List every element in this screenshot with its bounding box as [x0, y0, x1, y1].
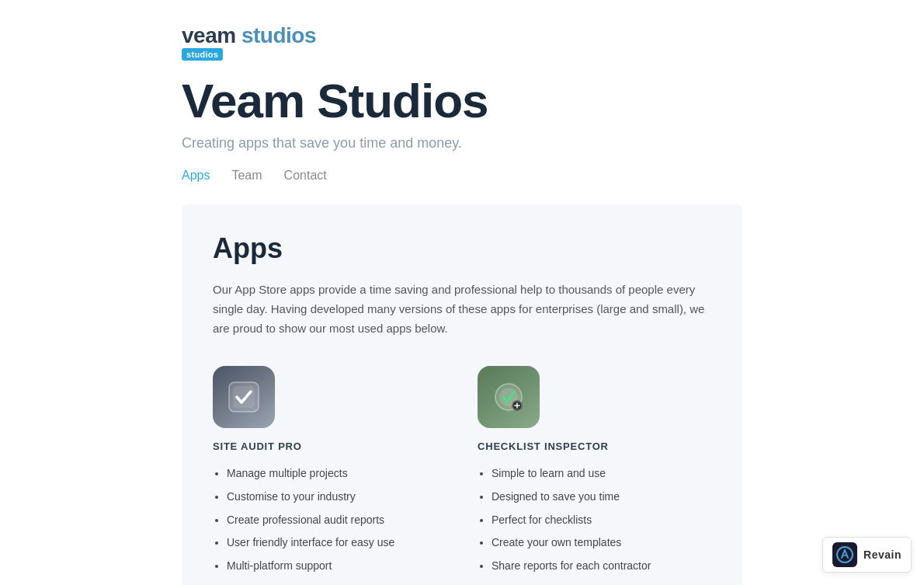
site-audit-pro-features: Manage multiple projects Customise to yo… — [213, 466, 446, 573]
apps-row: SITE AUDIT PRO Manage multiple projects … — [213, 366, 711, 581]
revain-badge: Revain — [822, 537, 912, 573]
site-audit-pro-icon — [213, 366, 275, 428]
subtitle: Creating apps that save you time and mon… — [182, 135, 924, 151]
checklist-inspector-icon — [478, 366, 540, 428]
app-card-checklist-inspector: CHECKLIST INSPECTOR Simple to learn and … — [478, 366, 711, 581]
checklist-inspector-name: CHECKLIST INSPECTOR — [478, 440, 711, 452]
main-title: Veam Studios — [182, 75, 924, 127]
list-item: Simple to learn and use — [492, 466, 711, 482]
revain-text: Revain — [863, 548, 901, 561]
list-item: Perfect for checklists — [492, 513, 711, 528]
checklist-inspector-icon-svg — [491, 379, 526, 415]
nav-apps[interactable]: Apps — [182, 169, 210, 183]
list-item: Create your own templates — [492, 535, 711, 551]
header: veam studios studios Veam Studios Creati… — [0, 0, 924, 183]
svg-rect-8 — [832, 542, 857, 567]
list-item: Create professional audit reports — [227, 513, 446, 528]
revain-icon — [832, 542, 857, 567]
app-card-site-audit-pro: SITE AUDIT PRO Manage multiple projects … — [213, 366, 446, 581]
logo-container: veam studios studios — [182, 25, 924, 61]
logo-badge: studios — [182, 48, 223, 61]
apps-section: Apps Our App Store apps provide a time s… — [182, 204, 742, 585]
list-item: Customise to your industry — [227, 489, 446, 505]
site-audit-pro-icon-svg — [226, 379, 262, 415]
logo-studios: studios — [241, 23, 316, 47]
list-item: Share reports for each contractor — [492, 559, 711, 574]
apps-description: Our App Store apps provide a time saving… — [213, 280, 711, 338]
logo-veam: veam — [182, 23, 236, 47]
main-nav: Apps Team Contact — [182, 169, 924, 183]
list-item: Multi-platform support — [227, 559, 446, 574]
list-item: Manage multiple projects — [227, 466, 446, 482]
checklist-inspector-features: Simple to learn and use Designed to save… — [478, 466, 711, 573]
apps-section-title: Apps — [213, 232, 711, 265]
site-audit-pro-name: SITE AUDIT PRO — [213, 440, 446, 452]
list-item: User friendly interface for easy use — [227, 535, 446, 551]
nav-contact[interactable]: Contact — [284, 169, 327, 183]
list-item: Designed to save you time — [492, 489, 711, 505]
logo-text: veam studios — [182, 25, 316, 47]
nav-team[interactable]: Team — [231, 169, 262, 183]
page-wrapper: veam studios studios Veam Studios Creati… — [0, 0, 924, 585]
